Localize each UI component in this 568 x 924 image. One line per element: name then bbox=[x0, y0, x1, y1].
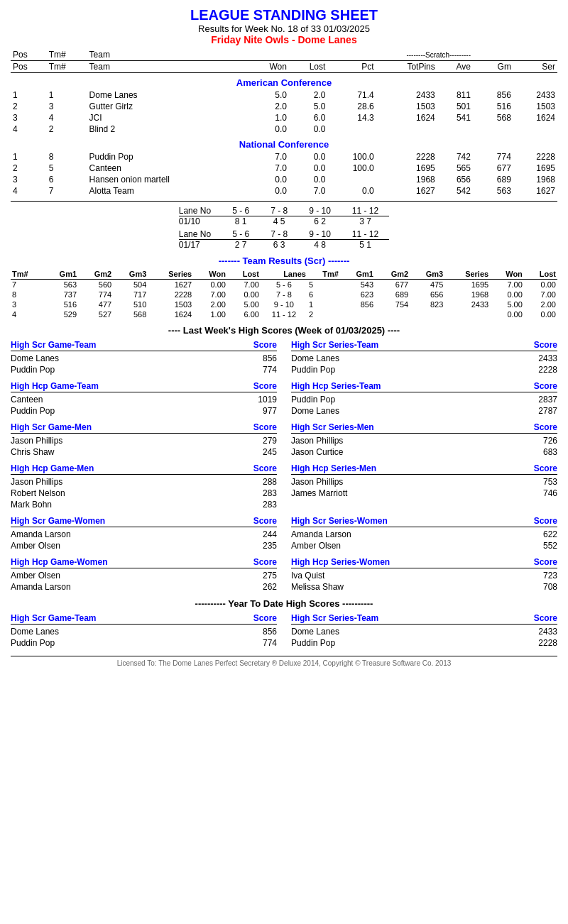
hs-score: 245 bbox=[263, 447, 277, 457]
res-ser1: Series bbox=[148, 269, 193, 280]
hs-row: Dome Lanes856 bbox=[11, 353, 277, 364]
res-gm3-2: Gm3 bbox=[410, 269, 444, 280]
hs-name: Jason Phillips bbox=[11, 477, 62, 487]
hs-row: Canteen1019 bbox=[11, 394, 277, 405]
col-team: Team bbox=[87, 49, 248, 61]
hs-block-title: High Hcp Series-Men bbox=[291, 463, 376, 473]
hs-name: Jason Phillips bbox=[11, 436, 62, 446]
hs-name: Amanda Larson bbox=[291, 529, 351, 539]
hs-row: Amanda Larson244 bbox=[11, 529, 277, 540]
hs-row: Amber Olsen275 bbox=[11, 570, 277, 581]
hs-name: Dome Lanes bbox=[291, 627, 339, 637]
hs-score: 683 bbox=[543, 447, 557, 457]
hs-score: 288 bbox=[263, 477, 277, 487]
lane-table: Lane No5 - 67 - 89 - 1011 - 1201/172 76 … bbox=[179, 229, 389, 250]
res-gm3: Gm3 bbox=[113, 269, 148, 280]
hs-name: Dome Lanes bbox=[291, 406, 339, 416]
table-row: 756356050416270.007.005 - 65543677475169… bbox=[11, 280, 557, 290]
res-gm2-2: Gm2 bbox=[375, 269, 410, 280]
hs-row: Dome Lanes2433 bbox=[291, 626, 557, 637]
league-name: Friday Nite Owls - Dome Lanes bbox=[11, 34, 557, 45]
hs-row: Jason Phillips726 bbox=[291, 435, 557, 446]
hs-score: 2228 bbox=[538, 638, 557, 648]
table-row: 34JCI1.06.014.316245415681624 bbox=[11, 112, 557, 123]
hs-score: 726 bbox=[543, 436, 557, 446]
hs-block: High Hcp Game-TeamScoreCanteen1019Puddin… bbox=[11, 381, 277, 417]
main-title: LEAGUE STANDING SHEET bbox=[11, 7, 557, 23]
table-row: 11Dome Lanes5.02.071.424338118562433 bbox=[11, 89, 557, 101]
hs-name: Puddin Pop bbox=[11, 365, 55, 375]
hs-block: High Hcp Game-WomenScoreAmber Olsen275Am… bbox=[11, 557, 277, 593]
hs-score: 2433 bbox=[538, 627, 557, 637]
hs-name: Amber Olsen bbox=[291, 541, 341, 551]
hs-section: High Hcp Game-MenScoreJason Phillips288R… bbox=[11, 463, 557, 510]
table-row: 452952756816241.006.0011 - 1220.000.00 bbox=[11, 309, 557, 319]
hs-name: Amanda Larson bbox=[11, 529, 71, 539]
table-row: 42Blind 20.00.0 bbox=[11, 123, 557, 135]
col-won-h: Won bbox=[248, 61, 289, 73]
hs-block-title: High Scr Game-Women bbox=[11, 516, 105, 526]
hs-name: Mark Bohn bbox=[11, 500, 52, 510]
conference-header: National Conference bbox=[11, 135, 557, 151]
col-totpins-h: TotPins bbox=[376, 61, 437, 73]
hs-score: 856 bbox=[263, 353, 277, 363]
table-row: 18Puddin Pop7.00.0100.022287427742228 bbox=[11, 151, 557, 163]
hs-row: Mark Bohn283 bbox=[11, 499, 277, 510]
hs-name: Chris Shaw bbox=[11, 447, 54, 457]
hs-name: Iva Quist bbox=[291, 571, 324, 581]
hs-section: High Hcp Game-WomenScoreAmber Olsen275Am… bbox=[11, 557, 557, 593]
hs-name: Amber Olsen bbox=[11, 571, 60, 581]
hs-row: Puddin Pop2837 bbox=[291, 394, 557, 405]
footer: Licensed To: The Dome Lanes Perfect Secr… bbox=[11, 656, 557, 667]
hs-score: 753 bbox=[543, 477, 557, 487]
hs-block-title: High Hcp Game-Team bbox=[11, 381, 99, 391]
hs-name: Amber Olsen bbox=[11, 541, 60, 551]
scratch-header: --------Scratch--------- bbox=[248, 49, 473, 61]
res-lost2: Lost bbox=[524, 269, 557, 280]
hs-score: 283 bbox=[263, 500, 277, 510]
hs-row: Puddin Pop774 bbox=[11, 364, 277, 375]
hs-row: Amanda Larson262 bbox=[11, 581, 277, 593]
col-pos: Pos bbox=[11, 49, 47, 61]
hs-name: Jason Curtice bbox=[291, 447, 343, 457]
hs-score: 774 bbox=[263, 638, 277, 648]
hs-row: Dome Lanes2787 bbox=[291, 405, 557, 417]
hs-row: Jason Phillips279 bbox=[11, 435, 277, 446]
hs-section: High Scr Game-WomenScoreAmanda Larson244… bbox=[11, 516, 557, 551]
page-header: LEAGUE STANDING SHEET Results for Week N… bbox=[11, 7, 557, 45]
hs-score: 977 bbox=[263, 406, 277, 416]
hs-block: High Hcp Series-WomenScoreIva Quist723Me… bbox=[291, 557, 557, 593]
col-gm-h: Gm bbox=[473, 61, 513, 73]
hs-score: 723 bbox=[543, 571, 557, 581]
hs-name: Dome Lanes bbox=[291, 353, 339, 363]
table-row: 47Alotta Team0.07.00.016275425631627 bbox=[11, 185, 557, 197]
table-row: 23Gutter Girlz2.05.028.615035015161503 bbox=[11, 101, 557, 112]
hs-section: High Scr Game-TeamScoreDome Lanes856Pudd… bbox=[11, 340, 557, 375]
hs-row: Chris Shaw245 bbox=[11, 446, 277, 458]
hs-score: 708 bbox=[543, 582, 557, 592]
hs-section: High Scr Game-MenScoreJason Phillips279C… bbox=[11, 422, 557, 458]
table-row: 873777471722287.000.007 - 86623689656196… bbox=[11, 290, 557, 299]
col-ave-h: Ave bbox=[437, 61, 473, 73]
hs-score: 262 bbox=[263, 582, 277, 592]
lane-table: Lane No5 - 67 - 89 - 1011 - 1201/108 14 … bbox=[179, 206, 389, 226]
res-gm1: Gm1 bbox=[43, 269, 78, 280]
hs-name: Puddin Pop bbox=[11, 406, 55, 416]
week-info: Results for Week No. 18 of 33 01/03/2025 bbox=[11, 23, 557, 34]
hs-block: High Scr Series-MenScoreJason Phillips72… bbox=[291, 422, 557, 458]
hs-score: 774 bbox=[263, 365, 277, 375]
hs-name: Amanda Larson bbox=[11, 582, 71, 592]
hs-block-title: High Scr Series-Men bbox=[291, 422, 374, 432]
hs-score: 283 bbox=[263, 488, 277, 498]
team-results-table: Tm# Gm1 Gm2 Gm3 Series Won Lost Lanes Tm… bbox=[11, 269, 557, 319]
hs-block-title: High Scr Game-Team bbox=[11, 340, 96, 350]
hs-score: 622 bbox=[543, 529, 557, 539]
hs-block: High Scr Game-MenScoreJason Phillips279C… bbox=[11, 422, 277, 458]
team-results-title: ------- Team Results (Scr) ------- bbox=[11, 255, 557, 266]
hs-row: Iva Quist723 bbox=[291, 570, 557, 581]
hs-name: Puddin Pop bbox=[291, 365, 335, 375]
hs-block: High Scr Game-TeamScoreDome Lanes856Pudd… bbox=[11, 613, 277, 649]
hs-name: Puddin Pop bbox=[291, 638, 335, 648]
hs-row: Jason Curtice683 bbox=[291, 446, 557, 458]
res-ser2: Series bbox=[444, 269, 490, 280]
